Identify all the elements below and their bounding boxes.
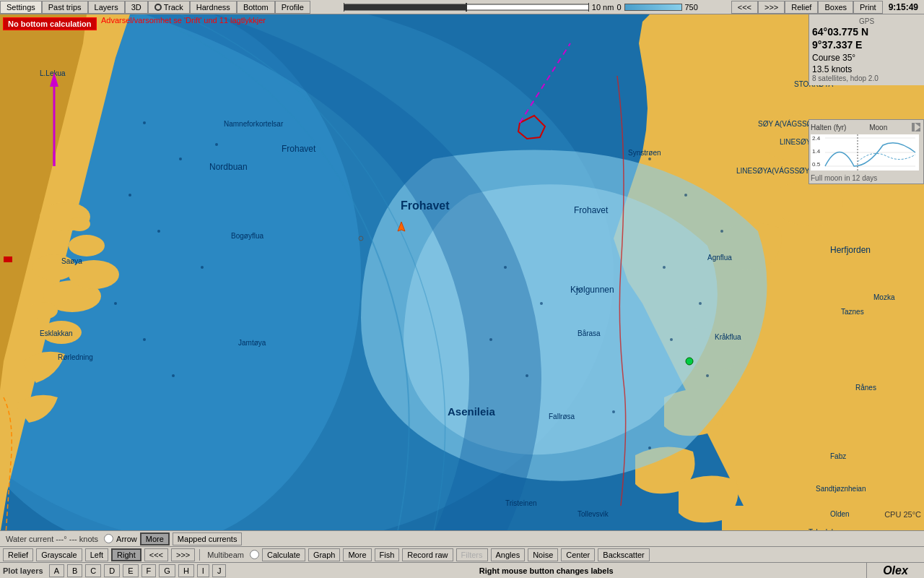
relief-button[interactable]: Relief: [785, 1, 818, 14]
fish-btn[interactable]: Fish: [375, 548, 400, 561]
label-frohavet-r: Frohavet: [574, 205, 609, 215]
plot-layer-a[interactable]: A: [49, 564, 64, 577]
plot-layer-f[interactable]: F: [141, 564, 157, 577]
svg-text:1.4: 1.4: [812, 148, 821, 155]
svg-point-24: [172, 374, 175, 377]
plot-layer-g[interactable]: G: [159, 564, 175, 577]
label-synstroen: Synstrøen: [628, 149, 661, 157]
track-radio-icon: [154, 4, 162, 11]
label-nordbu: Nordbuan: [209, 162, 248, 172]
moon-icon: [910, 121, 922, 133]
grayscale-btn[interactable]: Grayscale: [36, 548, 82, 561]
backscatter-btn[interactable]: Backscatter: [598, 548, 649, 561]
label-fallrosa: Fallrøsa: [549, 413, 575, 420]
water-current-label: Water current ---° --- knots: [3, 535, 101, 543]
label-llekua: L.Lekua: [40, 69, 66, 77]
track-button[interactable]: Track: [148, 1, 190, 14]
3d-button[interactable]: 3D: [125, 1, 148, 14]
svg-point-25: [648, 158, 651, 160]
label-tollev: Tollevsvik: [578, 510, 609, 518]
arrow-radio[interactable]: [104, 534, 113, 543]
map-container[interactable]: L.Lekua Namneforkortelsar Nordbuan Froha…: [0, 14, 924, 535]
plot-layers-toolbar: Plot layers A B C D E F G H I J Right mo…: [0, 562, 866, 578]
relief-nav-fwd[interactable]: >>>: [171, 548, 195, 561]
nav-fwd-button[interactable]: >>>: [758, 1, 785, 14]
label-linesoya2: LINESØYA(VÁGSSØY): [736, 166, 812, 175]
arrow-radio-group: Arrow: [104, 534, 137, 543]
green-marker: [686, 358, 693, 365]
svg-point-16: [143, 121, 146, 124]
plot-layer-d[interactable]: D: [104, 564, 120, 577]
svg-point-9: [69, 235, 105, 256]
svg-rect-1: [344, 4, 466, 10]
multibeam-radio[interactable]: [250, 550, 259, 559]
print-button[interactable]: Print: [853, 1, 883, 14]
label-asenileia: Asenileia: [448, 405, 496, 418]
plot-layer-e[interactable]: E: [123, 564, 138, 577]
map-svg: L.Lekua Namneforkortelsar Nordbuan Froha…: [0, 14, 924, 535]
cpu-display: CPU 25°C: [884, 510, 921, 519]
scale-bar-svg: [344, 1, 589, 13]
center-btn[interactable]: Center: [561, 548, 595, 561]
calculate-btn[interactable]: Calculate: [262, 548, 305, 561]
record-raw-btn[interactable]: Record raw: [402, 548, 453, 561]
arrow-label[interactable]: Arrow: [116, 535, 137, 543]
svg-text:2.4: 2.4: [812, 135, 821, 142]
boxes-button[interactable]: Boxes: [818, 1, 853, 14]
relief-nav-back[interactable]: <<<: [144, 548, 168, 561]
svg-point-30: [670, 338, 673, 341]
label-olden: Olden: [830, 510, 850, 518]
angles-btn[interactable]: Angles: [491, 548, 526, 561]
gps-lat: 64°03.775 N: [812, 25, 921, 38]
svg-point-17: [179, 158, 182, 160]
plot-layer-c[interactable]: C: [85, 564, 101, 577]
plot-layer-h[interactable]: H: [178, 564, 194, 577]
noise-btn[interactable]: Noise: [528, 548, 558, 561]
label-namne: Namneforkortelsar: [224, 120, 284, 128]
label-rorl: Rørledning: [58, 353, 93, 361]
settings-button[interactable]: Settings: [0, 1, 42, 14]
full-moon-text: Full moon in 12 days: [811, 174, 922, 182]
label-frohavet-left: Frohavet: [282, 144, 316, 154]
tide-chart: 2.4 1.4 0.5: [811, 134, 919, 171]
svg-point-29: [699, 302, 702, 305]
mapped-currents-button[interactable]: Mapped currents: [173, 532, 243, 545]
bottom-button[interactable]: Bottom: [237, 1, 275, 14]
left-btn[interactable]: Left: [85, 548, 108, 561]
more-button[interactable]: More: [140, 532, 170, 545]
no-bottom-banner: No bottom calculation: [3, 17, 97, 30]
gps-label: GPS: [812, 17, 921, 25]
plot-layer-i[interactable]: I: [197, 564, 209, 577]
svg-point-28: [663, 266, 666, 269]
warning-text: Advarsel/varsomhet se 'Drift' und 11 lag…: [101, 16, 266, 25]
gps-speed: 13.5 knots: [812, 64, 921, 74]
gps-satellites: 8 satellites, hdop 2.0: [812, 74, 921, 82]
right-btn[interactable]: Right: [111, 548, 141, 561]
label-fabz: Fabz: [830, 452, 846, 460]
relief-toolbar: Relief Grayscale Left Right <<< >>> Mult…: [0, 546, 924, 562]
tide-panel: Halten (fyr) Moon 2.4 1.4 0.5: [808, 119, 924, 184]
label-mozka: Mozka: [873, 293, 895, 301]
svg-point-26: [684, 194, 687, 197]
layers-button[interactable]: Layers: [88, 1, 125, 14]
svg-point-18: [215, 143, 218, 146]
label-jamtoya: Jamtøya: [238, 339, 266, 347]
gps-panel: GPS 64°03.775 N 9°37.337 E Course 35° 13…: [808, 14, 924, 85]
filters-btn[interactable]: Filters: [456, 548, 488, 561]
status-bar: Right mouse button changes labels: [229, 566, 863, 575]
more-relief-btn[interactable]: More: [343, 548, 371, 561]
profile-button[interactable]: Profile: [275, 1, 310, 14]
graph-btn[interactable]: Graph: [308, 548, 341, 561]
svg-point-38: [526, 374, 528, 377]
svg-text:0.5: 0.5: [812, 161, 821, 168]
plot-layer-b[interactable]: B: [67, 564, 82, 577]
moon-label: Moon: [869, 124, 887, 131]
svg-point-33: [648, 447, 651, 449]
hardness-button[interactable]: Hardness: [190, 1, 237, 14]
label-saoya: Saøya: [61, 257, 82, 265]
plot-layer-j[interactable]: J: [212, 564, 227, 577]
past-trips-button[interactable]: Past trips: [42, 1, 88, 14]
relief-toolbar-btn[interactable]: Relief: [3, 548, 33, 561]
top-toolbar: Settings Past trips Layers 3D Track Hard…: [0, 0, 924, 14]
nav-back-button[interactable]: <<<: [731, 1, 758, 14]
